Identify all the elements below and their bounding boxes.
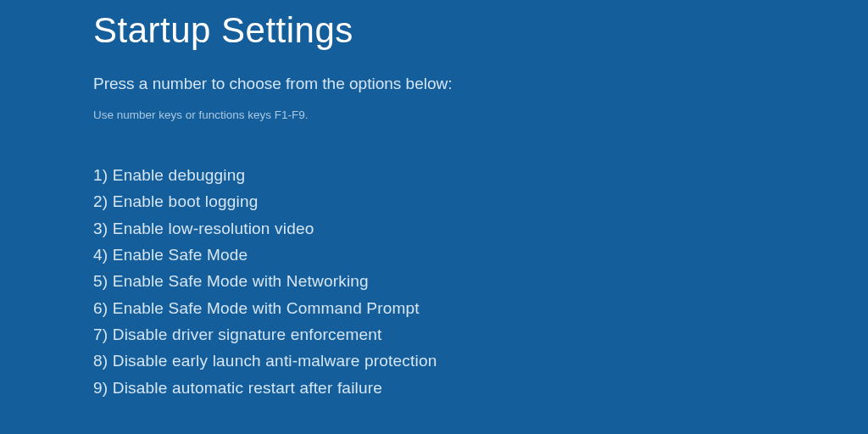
option-enable-safe-mode-networking[interactable]: 5) Enable Safe Mode with Networking [93,268,868,294]
option-enable-safe-mode[interactable]: 4) Enable Safe Mode [93,242,868,268]
option-disable-automatic-restart[interactable]: 9) Disable automatic restart after failu… [93,375,868,401]
option-enable-boot-logging[interactable]: 2) Enable boot logging [93,188,868,214]
option-enable-low-resolution-video[interactable]: 3) Enable low-resolution video [93,215,868,242]
startup-options-list: 1) Enable debugging 2) Enable boot loggi… [93,162,868,401]
option-disable-early-launch-anti-malware[interactable]: 8) Disable early launch anti-malware pro… [93,348,868,374]
page-title: Startup Settings [93,10,868,51]
option-enable-debugging[interactable]: 1) Enable debugging [93,162,868,188]
option-enable-safe-mode-command-prompt[interactable]: 6) Enable Safe Mode with Command Prompt [93,295,868,321]
startup-settings-screen: Startup Settings Press a number to choos… [0,0,868,401]
option-disable-driver-signature-enforcement[interactable]: 7) Disable driver signature enforcement [93,321,868,348]
instruction-text: Press a number to choose from the option… [93,75,868,93]
key-hint-text: Use number keys or functions keys F1-F9. [93,108,868,121]
